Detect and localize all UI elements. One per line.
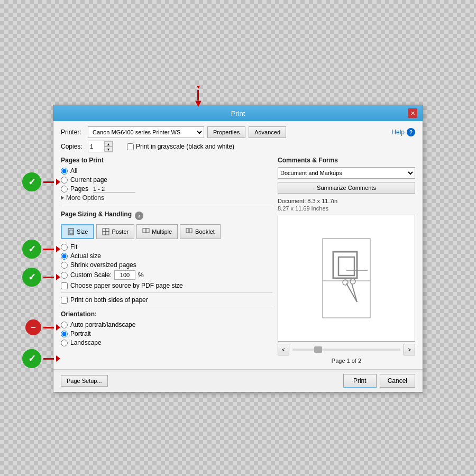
option-shrink: Shrink oversized pages	[61, 261, 272, 269]
copies-input[interactable]	[88, 141, 104, 152]
radio-auto-orient[interactable]	[61, 322, 68, 328]
svg-rect-1	[70, 230, 73, 234]
duplex-checkbox[interactable]	[61, 297, 68, 304]
properties-button[interactable]: Properties	[207, 126, 245, 138]
print-dialog: Print ✕ Printer: Canon MG6400 series Pri…	[53, 105, 423, 392]
annotation-duplex-minus: −	[25, 319, 41, 335]
option-pages: Pages	[61, 185, 272, 193]
bottom-row: Page Setup... Print Cancel	[53, 369, 423, 392]
info-icon: i	[135, 212, 143, 220]
annotation-sizing-check: ✓	[22, 240, 41, 259]
label-fit: Fit	[70, 243, 77, 251]
next-page-button[interactable]: >	[404, 344, 415, 355]
label-all: All	[70, 167, 77, 175]
label-shrink: Shrink oversized pages	[70, 261, 136, 269]
svg-rect-2	[103, 228, 106, 232]
option-all: All	[61, 167, 272, 175]
page-sizing-title: Page Sizing & Handling	[61, 210, 132, 218]
print-button[interactable]: Print	[343, 374, 377, 388]
copies-spin-down[interactable]: ▼	[104, 147, 113, 152]
title-bar: Print ✕	[53, 105, 423, 121]
svg-rect-7	[146, 228, 149, 233]
label-actual-size: Actual size	[70, 252, 101, 260]
help-icon[interactable]: ?	[407, 128, 415, 136]
page-dimensions: 8.27 x 11.69 Inches	[278, 205, 415, 212]
label-auto-orient: Auto portrait/landscape	[70, 321, 135, 328]
page-slider-thumb[interactable]	[314, 346, 322, 353]
poster-button[interactable]: Poster	[96, 224, 134, 239]
option-portrait: Portrait	[61, 330, 272, 337]
radio-fit[interactable]	[61, 244, 68, 251]
radio-pages[interactable]	[61, 186, 68, 193]
comments-forms-title: Comments & Forms	[278, 157, 415, 164]
annotation-actualsize-check: ✓	[22, 268, 41, 287]
size-button[interactable]: Size	[61, 224, 94, 239]
option-fit: Fit	[61, 243, 272, 251]
annotation-portrait-check: ✓	[22, 349, 41, 368]
label-pages: Pages	[70, 185, 88, 193]
pages-range-input[interactable]	[93, 186, 135, 193]
grayscale-checkbox[interactable]	[127, 143, 134, 150]
scale-unit: %	[138, 271, 144, 279]
label-portrait: Portrait	[70, 330, 91, 337]
orientation-title: Orientation:	[61, 310, 272, 318]
page-setup-button[interactable]: Page Setup...	[61, 375, 108, 387]
option-pdf-page-size: Choose paper source by PDF page size	[61, 282, 272, 289]
summarize-comments-button[interactable]: Summarize Comments	[278, 182, 415, 194]
label-landscape: Landscape	[70, 339, 102, 346]
duplex-label: Print on both sides of paper	[70, 296, 148, 304]
multiple-button[interactable]: Multiple	[136, 224, 178, 239]
advanced-button[interactable]: Advanced	[249, 126, 286, 138]
radio-portrait[interactable]	[61, 331, 68, 337]
preview-svg	[315, 236, 378, 321]
help-label: Help	[391, 129, 405, 136]
label-custom: Custom Scale:	[70, 271, 112, 279]
more-options-triangle	[61, 196, 64, 200]
annotation-pages-check: ✓	[22, 172, 41, 191]
label-current: Current page	[70, 176, 107, 184]
svg-rect-6	[143, 228, 146, 233]
copies-spin-up[interactable]: ▲	[104, 141, 113, 147]
radio-current[interactable]	[61, 177, 68, 184]
sizing-buttons-group: Size Poster Multiple Booklet	[61, 224, 272, 239]
page-indicator: Page 1 of 2	[278, 358, 415, 364]
size-icon	[67, 228, 75, 235]
preview-area	[278, 215, 415, 342]
option-landscape: Landscape	[61, 339, 272, 346]
pages-to-print-title: Pages to Print	[61, 157, 272, 164]
scale-input[interactable]	[114, 270, 135, 280]
document-info: Document: 8.3 x 11.7in	[278, 198, 415, 204]
pdf-page-size-checkbox[interactable]	[61, 282, 68, 289]
option-current-page: Current page	[61, 176, 272, 184]
dialog-title: Print	[68, 109, 408, 117]
radio-landscape[interactable]	[61, 340, 68, 346]
grayscale-label: Print in grayscale (black and white)	[136, 143, 234, 150]
comments-forms-select[interactable]: Document and Markups Document Form field…	[278, 167, 415, 179]
pdf-page-size-label: Choose paper source by PDF page size	[70, 282, 183, 289]
svg-rect-8	[186, 228, 189, 233]
close-button[interactable]: ✕	[408, 108, 417, 118]
radio-actual-size[interactable]	[61, 253, 68, 260]
prev-page-button[interactable]: <	[278, 344, 289, 355]
svg-rect-5	[106, 232, 109, 235]
help-link[interactable]: Help	[391, 129, 405, 136]
more-options[interactable]: More Options	[61, 194, 272, 202]
radio-custom[interactable]	[61, 272, 68, 279]
cancel-button[interactable]: Cancel	[380, 374, 415, 388]
option-custom-scale: Custom Scale: %	[61, 270, 272, 280]
option-auto-orient: Auto portrait/landscape	[61, 321, 272, 328]
radio-all[interactable]	[61, 168, 68, 175]
poster-icon	[102, 228, 109, 235]
svg-rect-3	[106, 228, 109, 232]
booklet-icon	[186, 228, 193, 235]
radio-shrink[interactable]	[61, 262, 68, 269]
booklet-button[interactable]: Booklet	[180, 224, 221, 239]
printer-label: Printer:	[61, 129, 85, 136]
option-duplex: Print on both sides of paper	[61, 296, 272, 304]
copies-input-wrap: ▲ ▼	[88, 141, 113, 152]
svg-rect-4	[103, 232, 106, 235]
printer-select[interactable]: Canon MG6400 series Printer WS	[88, 126, 204, 138]
more-options-label: More Options	[66, 194, 104, 202]
multiple-icon	[142, 228, 150, 235]
svg-rect-9	[189, 228, 192, 233]
